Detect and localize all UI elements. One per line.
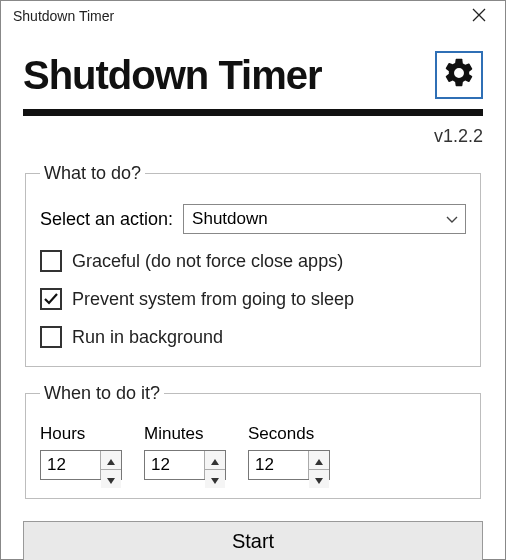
caret-down-icon (107, 470, 115, 488)
minutes-value[interactable]: 12 (145, 451, 205, 479)
start-button-label: Start (232, 530, 274, 553)
minutes-spinner[interactable]: 12 (144, 450, 226, 480)
action-row: Select an action: Shutdown (40, 204, 466, 234)
app-window: Shutdown Timer Shutdown Timer v1.2.2 Wha… (0, 0, 506, 560)
caret-down-icon (211, 470, 219, 488)
header-row: Shutdown Timer (23, 51, 483, 99)
run-background-checkbox-row[interactable]: Run in background (40, 326, 466, 348)
content-area: Shutdown Timer v1.2.2 What to do? Select… (1, 31, 505, 560)
seconds-spinner[interactable]: 12 (248, 450, 330, 480)
settings-button[interactable] (435, 51, 483, 99)
hours-spinner[interactable]: 12 (40, 450, 122, 480)
app-title: Shutdown Timer (23, 53, 322, 98)
run-background-label: Run in background (72, 327, 223, 348)
gear-icon (442, 56, 476, 94)
caret-down-icon (315, 470, 323, 488)
hours-up[interactable] (101, 451, 121, 470)
when-to-do-legend: When to do it? (40, 383, 164, 404)
seconds-value[interactable]: 12 (249, 451, 309, 479)
select-action-label: Select an action: (40, 209, 173, 230)
caret-up-icon (211, 451, 219, 469)
seconds-down[interactable] (309, 470, 329, 488)
time-columns: Hours 12 Minutes 12 (40, 424, 466, 480)
header-divider (23, 109, 483, 116)
minutes-label: Minutes (144, 424, 226, 444)
seconds-label: Seconds (248, 424, 330, 444)
what-to-do-legend: What to do? (40, 163, 145, 184)
hours-column: Hours 12 (40, 424, 122, 480)
hours-down[interactable] (101, 470, 121, 488)
start-button[interactable]: Start (23, 521, 483, 560)
caret-up-icon (107, 451, 115, 469)
prevent-sleep-label: Prevent system from going to sleep (72, 289, 354, 310)
run-background-checkbox[interactable] (40, 326, 62, 348)
action-select-value: Shutdown (183, 204, 466, 234)
hours-label: Hours (40, 424, 122, 444)
close-icon (472, 8, 486, 25)
action-select[interactable]: Shutdown (183, 204, 466, 234)
when-to-do-group: When to do it? Hours 12 Minutes (25, 383, 481, 499)
titlebar: Shutdown Timer (1, 1, 505, 31)
minutes-column: Minutes 12 (144, 424, 226, 480)
graceful-label: Graceful (do not force close apps) (72, 251, 343, 272)
graceful-checkbox-row[interactable]: Graceful (do not force close apps) (40, 250, 466, 272)
window-title: Shutdown Timer (13, 8, 114, 24)
version-label: v1.2.2 (23, 126, 483, 147)
minutes-up[interactable] (205, 451, 225, 470)
minutes-down[interactable] (205, 470, 225, 488)
close-button[interactable] (459, 1, 499, 31)
prevent-sleep-checkbox-row[interactable]: Prevent system from going to sleep (40, 288, 466, 310)
graceful-checkbox[interactable] (40, 250, 62, 272)
caret-up-icon (315, 451, 323, 469)
what-to-do-group: What to do? Select an action: Shutdown G… (25, 163, 481, 367)
prevent-sleep-checkbox[interactable] (40, 288, 62, 310)
hours-value[interactable]: 12 (41, 451, 101, 479)
seconds-up[interactable] (309, 451, 329, 470)
seconds-column: Seconds 12 (248, 424, 330, 480)
